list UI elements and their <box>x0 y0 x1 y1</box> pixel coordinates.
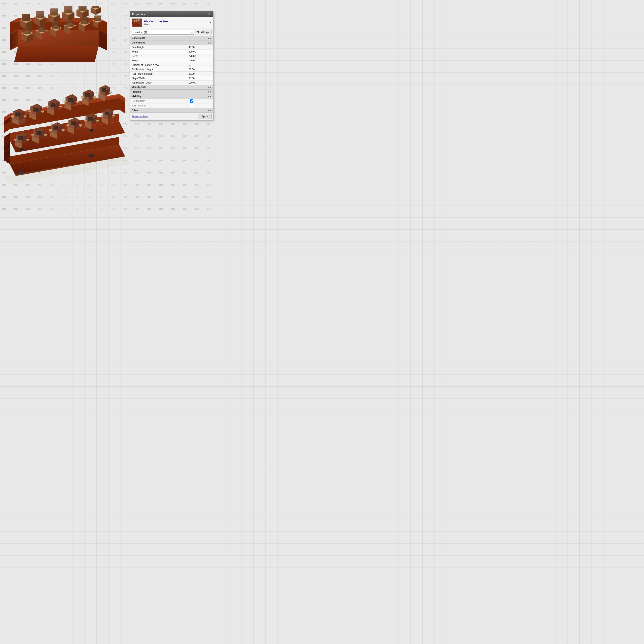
svg-rect-84 <box>51 103 55 107</box>
full-platform-label: Full Platform <box>130 99 187 103</box>
component-name-block: RD_Court Jury Box Wood <box>144 20 207 26</box>
svg-rect-78 <box>41 110 44 112</box>
prop-label-4: Number of Seats in a row <box>130 63 187 67</box>
component-thumbnail <box>132 19 142 27</box>
dimensions-rows: Seat Height45.00Width600.00Depth270.00He… <box>130 45 213 85</box>
svg-rect-120 <box>20 148 23 150</box>
svg-rect-110 <box>109 92 112 93</box>
panel-close-button[interactable]: ✕ <box>208 12 211 16</box>
prop-label-2: Depth <box>130 54 187 58</box>
prop-label-5: Full Platform Height <box>130 67 187 71</box>
svg-rect-76 <box>33 108 38 111</box>
svg-rect-172 <box>134 20 135 22</box>
prop-label-6: Half Platform Height <box>130 72 187 76</box>
half-platform-checkbox[interactable] <box>190 104 193 107</box>
prop-row-number-of-seats-in-a-row: Number of Seats in a row6 <box>130 63 213 67</box>
svg-rect-116 <box>18 136 23 140</box>
other-label: Other <box>132 109 138 112</box>
panel-content: Constraints ▲▲ Dimensions ▲▲ Seat Height… <box>130 36 213 113</box>
edit-type-button[interactable]: ⊞ Edit Type <box>195 30 212 34</box>
dimensions-collapse-icon[interactable]: ▲▲ <box>207 42 212 44</box>
svg-rect-127 <box>31 134 34 136</box>
panel-title: Properties <box>132 13 145 16</box>
phasing-section-header: Phasing ▼▼ <box>130 90 213 94</box>
svg-rect-86 <box>59 106 62 107</box>
svg-rect-68 <box>15 112 20 116</box>
svg-rect-128 <box>44 134 47 136</box>
half-platform-row: Half Platform <box>130 103 213 108</box>
other-section-header: Other ▼▼ <box>130 108 213 113</box>
phasing-label: Phasing <box>132 90 141 93</box>
prop-value-8: 120.00 <box>187 81 213 85</box>
svg-rect-162 <box>112 115 115 117</box>
svg-rect-174 <box>138 19 139 21</box>
other-collapse-icon[interactable]: ▼▼ <box>207 109 212 111</box>
svg-rect-101 <box>81 96 84 98</box>
svg-marker-170 <box>132 22 133 24</box>
svg-rect-43 <box>66 20 74 27</box>
svg-rect-22 <box>64 6 72 13</box>
svg-rect-109 <box>97 92 100 93</box>
svg-rect-144 <box>79 124 82 126</box>
prop-label-1: Width <box>130 50 187 54</box>
component-name: RD_Court Jury Box <box>144 20 207 23</box>
svg-rect-143 <box>66 124 69 126</box>
identity-label: Identity Data <box>132 86 146 89</box>
svg-marker-169 <box>133 22 139 24</box>
component-info-row: RD_Court Jury Box Wood ▼ <box>130 17 213 29</box>
prop-value-4: 6 <box>187 63 213 67</box>
svg-rect-134 <box>53 126 58 130</box>
svg-rect-160 <box>105 112 109 115</box>
svg-rect-136 <box>62 129 65 131</box>
svg-rect-93 <box>64 101 67 103</box>
properties-help-link[interactable]: Properties help <box>132 115 148 118</box>
visibility-section-header: Visibility ▲▲ <box>130 94 213 99</box>
svg-rect-173 <box>136 20 137 22</box>
panel-bottom-bar: Properties help Apply <box>130 113 213 120</box>
prop-value-3: 100.00 <box>187 59 213 63</box>
svg-rect-18 <box>50 8 58 15</box>
svg-point-166 <box>89 154 94 156</box>
phasing-collapse-icon[interactable]: ▼▼ <box>207 91 212 93</box>
svg-rect-102 <box>93 96 96 98</box>
half-platform-label: Half Platform <box>130 104 187 108</box>
prop-value-6: 20.00 <box>187 72 213 76</box>
prop-row-height: Height100.00 <box>130 58 213 63</box>
svg-rect-126 <box>36 131 41 135</box>
identity-section-header: Identity Data ▼▼ <box>130 85 213 90</box>
svg-marker-0 <box>14 46 99 62</box>
prop-label-3: Height <box>130 59 187 63</box>
full-platform-row: Full Platform <box>130 99 213 103</box>
svg-rect-117 <box>14 139 17 140</box>
properties-panel: Properties ✕ RD_Court Jury Box Wood ▼ Fu… <box>130 11 213 120</box>
svg-rect-150 <box>88 117 93 121</box>
svg-rect-85 <box>46 106 49 107</box>
apply-button[interactable]: Apply <box>198 114 212 119</box>
dimensions-section-header: Dimensions ▲▲ <box>130 40 213 45</box>
component-expand-arrow[interactable]: ▼ <box>209 21 212 24</box>
svg-rect-118 <box>27 139 30 140</box>
svg-rect-14 <box>36 11 44 18</box>
svg-rect-94 <box>76 101 79 103</box>
svg-rect-154 <box>90 129 93 131</box>
svg-marker-168 <box>133 24 141 26</box>
visibility-label: Visibility <box>132 95 141 98</box>
full-platform-checkbox[interactable] <box>190 99 193 103</box>
svg-rect-77 <box>28 110 31 112</box>
identity-collapse-icon[interactable]: ▼▼ <box>207 86 212 88</box>
prop-row-top-platform-depth: Top Platform Depth120.00 <box>130 81 213 85</box>
svg-rect-69 <box>11 116 14 117</box>
prop-value-1: 600.00 <box>187 50 213 54</box>
type-dropdown[interactable]: Furniture (1) <box>132 30 194 35</box>
svg-rect-37 <box>38 25 46 32</box>
constraints-section-header: Constraints ▲▲ <box>130 36 213 40</box>
visibility-collapse-icon[interactable]: ▲▲ <box>207 95 212 98</box>
svg-rect-70 <box>24 116 27 117</box>
constraints-collapse-icon[interactable]: ▲▲ <box>207 37 212 39</box>
jury-box-bottom-model <box>4 81 133 197</box>
svg-rect-49 <box>94 15 101 21</box>
svg-rect-152 <box>96 120 99 121</box>
constraints-label: Constraints <box>132 37 145 39</box>
half-platform-checkbox-area <box>187 103 213 108</box>
prop-row-seat-height: Seat Height45.00 <box>130 45 213 50</box>
